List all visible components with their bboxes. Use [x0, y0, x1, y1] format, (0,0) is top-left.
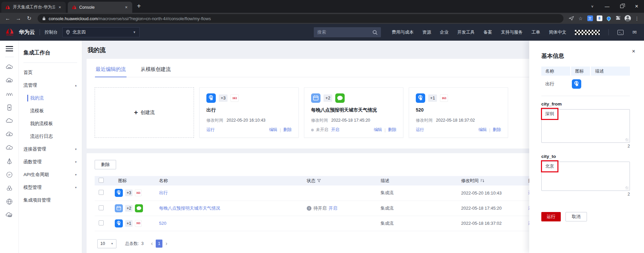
bookmark-star-icon[interactable]: ☆ — [577, 16, 584, 21]
resize-handle-icon[interactable] — [626, 138, 629, 141]
sidebar-item-flow-run-logs[interactable]: 流运行日志 — [23, 130, 82, 143]
run-link[interactable]: 运行 — [416, 127, 424, 133]
account-name-masked[interactable] — [575, 30, 600, 35]
extensions-puzzle-icon[interactable] — [614, 16, 622, 21]
flow-card-520[interactable]: +1 163 520 修改时间2022-05-18 16:37:02 运行 编辑… — [409, 87, 508, 138]
brand-name[interactable]: 华为云 — [19, 29, 35, 36]
resize-handle-icon[interactable] — [626, 186, 629, 189]
browser-tab-workbench[interactable]: 开天集成工作台-华为云 × — [1, 2, 66, 13]
rail-cloud-ellipsis-icon[interactable] — [5, 63, 13, 71]
back-button[interactable]: ← — [3, 15, 12, 22]
delete-link[interactable]: 删除 — [493, 127, 501, 133]
cli-terminal-icon[interactable]: >_ — [617, 30, 624, 35]
huawei-logo[interactable]: HUAWEI — [5, 28, 14, 36]
reload-button[interactable]: ↻ — [25, 15, 34, 22]
tab-search-icon[interactable]: ˅ — [585, 0, 600, 13]
row-checkbox[interactable] — [99, 190, 104, 195]
next-page-icon[interactable]: › — [165, 241, 167, 247]
edit-link[interactable]: 编辑 — [374, 127, 382, 133]
rail-device-icon[interactable] — [5, 103, 13, 112]
nav-support[interactable]: 支持与服务 — [501, 29, 523, 35]
row-checkbox[interactable] — [99, 220, 104, 225]
new-tab-button[interactable]: + — [137, 2, 141, 10]
minimize-button[interactable]: — — [600, 0, 614, 13]
sidebar-item-my-flow-templates[interactable]: 我的流模板 — [23, 117, 82, 130]
sidebar-item-my-flows[interactable]: 我的流 — [23, 92, 82, 104]
delete-link[interactable]: 删除 — [388, 127, 396, 133]
nav-ticket[interactable]: 工单 — [531, 29, 540, 35]
forward-button[interactable]: → — [14, 15, 23, 22]
rail-cloud-icon[interactable] — [5, 117, 13, 125]
nav-billing[interactable]: 费用与成本 — [392, 29, 413, 35]
flow-name-link[interactable]: 520 — [159, 221, 166, 226]
sidebar-item-project-management[interactable]: 集成项目管理 — [23, 194, 82, 207]
flow-card-chuxing[interactable]: +3 163 出行 修改时间2022-05-20 16:10:43 运行 编辑 … — [199, 87, 299, 138]
rail-waves-icon[interactable] — [5, 90, 13, 98]
extension-icon[interactable]: 8 — [596, 15, 603, 21]
row-checkbox[interactable] — [99, 205, 104, 210]
nav-beian[interactable]: 备案 — [483, 29, 492, 35]
enable-link[interactable]: 开启 — [331, 127, 340, 133]
current-page[interactable]: 1 — [156, 240, 162, 248]
sort-icon[interactable] — [480, 179, 484, 182]
rail-cloud-upload-icon[interactable] — [5, 130, 13, 138]
rail-ip-circle-icon[interactable]: IP — [5, 171, 13, 179]
sidebar-item-model-management[interactable]: 模型管理 ▼ — [23, 181, 82, 194]
address-bar[interactable]: console.huaweicloud.com/macroverse/ssi/?… — [38, 14, 563, 23]
send-to-device-icon[interactable] — [567, 16, 575, 20]
browser-tab-console[interactable]: Console × — [68, 2, 132, 13]
netease-163-icon: 163 — [231, 94, 239, 102]
search-icon[interactable] — [373, 30, 378, 35]
tab-close-icon[interactable]: × — [58, 5, 62, 10]
message-mail-icon[interactable]: ✉ — [632, 29, 637, 35]
filter-icon[interactable] — [317, 179, 321, 182]
select-all-checkbox[interactable] — [99, 178, 104, 183]
sidebar-item-connector-management[interactable]: 连接器管理 ▼ — [23, 143, 82, 156]
nav-resources[interactable]: 资源 — [422, 29, 431, 35]
enable-link[interactable]: 开启 — [329, 205, 337, 211]
create-flow-button[interactable]: + 创建流 — [95, 87, 194, 138]
rail-cloud-terminal-icon[interactable] — [5, 77, 13, 85]
sidebar-item-function-management[interactable]: 函数管理 ▼ — [23, 156, 82, 168]
translate-extension-icon[interactable]: 文 — [586, 15, 594, 21]
global-search-input[interactable]: 搜索 — [314, 27, 381, 37]
annotation-box-city-from: 深圳 — [541, 108, 558, 120]
prev-page-icon[interactable]: ‹ — [151, 241, 153, 247]
nav-devtools[interactable]: 开发工具 — [457, 29, 475, 35]
restore-button[interactable] — [614, 0, 629, 13]
profile-avatar-icon[interactable] — [624, 15, 631, 22]
cancel-button[interactable]: 取消 — [565, 212, 587, 221]
close-window-button[interactable]: × — [629, 0, 644, 13]
rail-cluster-icon[interactable] — [5, 184, 13, 192]
sidebar-item-flow-management[interactable]: 流管理 ▲ — [23, 79, 82, 92]
close-icon[interactable]: × — [632, 48, 635, 55]
flow-name-link[interactable]: 每晚八点预报明天城市天气情况 — [159, 206, 220, 211]
rail-globe-icon[interactable] — [5, 198, 13, 206]
flow-card-weather[interactable]: +2 每晚八点预报明天城市天气情况 修改时间2022-05-18 17:45:2… — [304, 87, 403, 138]
sidebar-item-flow-templates[interactable]: 流模板 — [23, 104, 82, 117]
console-link[interactable]: 控制台 — [45, 29, 58, 35]
sidebar-item-api-lifecycle[interactable]: API生命周期 ▼ — [23, 168, 82, 181]
tab-close-icon[interactable]: × — [124, 5, 128, 10]
tab-recent-flows[interactable]: 最近编辑的流 — [95, 65, 127, 77]
rail-cloud-clock-icon[interactable] — [5, 144, 13, 152]
browser-menu-icon[interactable]: ⋮ — [633, 16, 641, 21]
nav-language[interactable]: 简体中文 — [549, 29, 566, 35]
more-connectors-badge: +3 — [219, 94, 228, 102]
tab-create-from-template[interactable]: 从模板创建流 — [140, 65, 171, 77]
sidebar-item-home[interactable]: 首页 — [23, 66, 82, 79]
flow-name-link[interactable]: 出行 — [159, 190, 168, 195]
edit-link[interactable]: 编辑 — [269, 127, 278, 133]
location-extension-icon[interactable] — [605, 16, 612, 20]
nav-enterprise[interactable]: 企业 — [440, 29, 448, 35]
region-selector[interactable]: 北京四 ▼ — [62, 27, 140, 37]
rail-prism-icon[interactable] — [5, 157, 13, 165]
delete-link[interactable]: 删除 — [283, 127, 292, 133]
run-button[interactable]: 运行 — [541, 212, 561, 221]
delete-selected-button[interactable]: 删除 — [95, 160, 116, 169]
rail-cloud-card-icon[interactable] — [5, 211, 13, 219]
edit-link[interactable]: 编辑 — [479, 127, 487, 133]
run-link[interactable]: 运行 — [206, 127, 215, 133]
hamburger-menu-icon[interactable] — [6, 45, 13, 53]
page-size-select[interactable]: 10 ▼ — [97, 239, 116, 248]
